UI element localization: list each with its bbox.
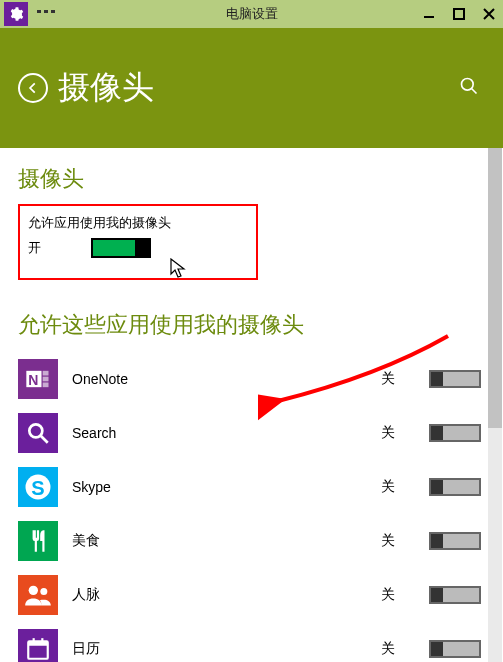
svg-rect-9 (43, 377, 49, 382)
svg-text:N: N (28, 372, 38, 388)
svg-rect-10 (43, 383, 49, 388)
permit-label: 允许应用使用我的摄像头 (28, 214, 246, 232)
app-row: 日历关 (18, 622, 485, 662)
svg-point-5 (462, 79, 474, 91)
app-state-label: 关 (381, 478, 395, 496)
page-header: 摄像头 (0, 28, 503, 148)
annotation-arrow (258, 326, 458, 436)
search-icon[interactable] (459, 76, 479, 100)
window-menu-icon[interactable] (32, 3, 60, 25)
minimize-button[interactable] (421, 6, 437, 22)
svg-rect-3 (424, 16, 434, 18)
food-icon (18, 521, 58, 561)
back-button[interactable] (18, 73, 48, 103)
app-name-label: 人脉 (72, 586, 367, 604)
svg-rect-1 (44, 10, 48, 13)
svg-rect-8 (43, 371, 49, 376)
maximize-button[interactable] (451, 6, 467, 22)
app-name-label: Skype (72, 479, 367, 495)
toggle-state-label: 开 (28, 239, 41, 257)
svg-rect-18 (33, 638, 35, 643)
svg-text:S: S (31, 477, 44, 499)
annotation-highlight-box: 允许应用使用我的摄像头 开 (18, 204, 258, 280)
search-icon (18, 413, 58, 453)
titlebar: 电脑设置 (0, 0, 503, 28)
app-toggle[interactable] (429, 640, 481, 658)
camera-master-toggle[interactable] (91, 238, 151, 258)
svg-rect-19 (41, 638, 43, 643)
app-row: 人脉关 (18, 568, 485, 622)
svg-rect-17 (28, 641, 48, 645)
app-toggle[interactable] (429, 532, 481, 550)
svg-point-15 (40, 588, 47, 595)
app-name-label: 日历 (72, 640, 367, 658)
svg-rect-2 (51, 10, 55, 13)
app-row: SSkype关 (18, 460, 485, 514)
svg-point-11 (29, 424, 42, 437)
app-name-label: 美食 (72, 532, 367, 550)
window-controls (421, 6, 497, 22)
app-state-label: 关 (381, 532, 395, 550)
window-title: 电脑设置 (226, 5, 278, 23)
close-button[interactable] (481, 6, 497, 22)
app-toggle[interactable] (429, 478, 481, 496)
svg-rect-0 (37, 10, 41, 13)
settings-gear-icon (4, 2, 28, 26)
app-state-label: 关 (381, 586, 395, 604)
section-title-camera: 摄像头 (18, 164, 485, 194)
app-row: 美食关 (18, 514, 485, 568)
onenote-icon: N (18, 359, 58, 399)
svg-rect-4 (454, 9, 464, 19)
svg-point-14 (29, 586, 38, 595)
content-area: 摄像头 允许应用使用我的摄像头 开 允许这些应用使用我的摄像头 NOneNote… (0, 148, 503, 662)
page-title: 摄像头 (58, 66, 154, 110)
skype-icon: S (18, 467, 58, 507)
people-icon (18, 575, 58, 615)
cursor-icon (170, 258, 188, 280)
app-toggle[interactable] (429, 586, 481, 604)
app-state-label: 关 (381, 640, 395, 658)
calendar-icon (18, 629, 58, 662)
